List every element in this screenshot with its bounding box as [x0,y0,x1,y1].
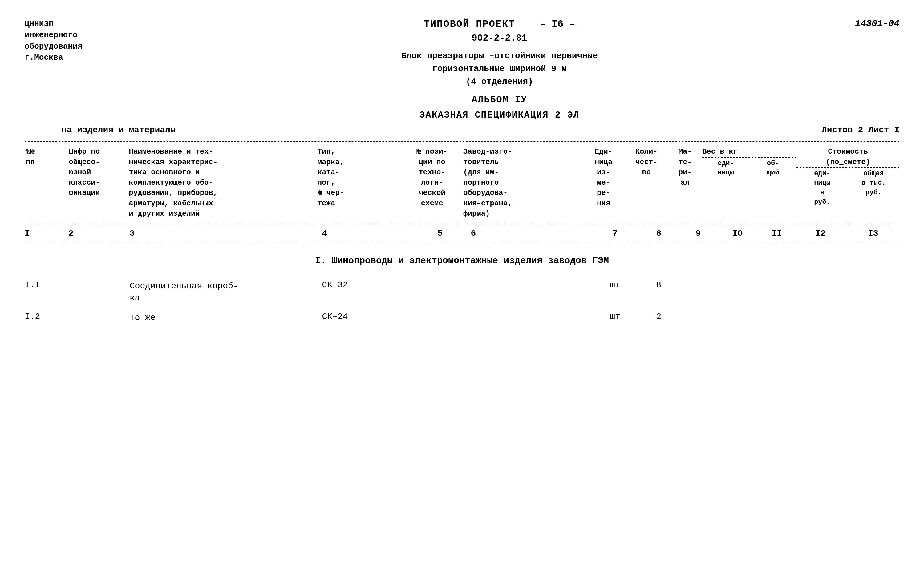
column-headers: №№ пп Шифр по общесо- юзной класси- фика… [25,143,899,222]
page-num: – I6 – [540,18,575,30]
section-heading: I. Шинопроводы и электромонтажные издели… [25,255,899,266]
row2-unit: шт [593,312,637,321]
col-header-cost: Стоимость (по_смете) еди-ницывруб. общая… [797,146,899,219]
org-name: ЦННИЭП инженерного оборудования г.Москва [25,18,82,63]
top-dashed-line [25,141,899,141]
table-row: I.2 То же СК–24 шт 2 [25,307,899,326]
table-container: №№ пп Шифр по общесо- юзной класси- фика… [25,141,899,326]
col-num-3: 3 [130,229,322,238]
subtitle: Блок преаэраторы –отстойники первичные г… [401,49,598,88]
doc-title: ТИПОВОЙ ПРОЕКТ [424,18,515,30]
col-num-2: 2 [68,229,130,238]
col-header-6: Завод-изго- товитель (для им- портного о… [462,146,582,219]
col-num-13: I3 [847,229,899,238]
row2-num: I.2 [25,312,68,321]
col-header-weight-cost: Вес в кг еди-ницы об-щий [702,146,797,219]
col-num-9: 9 [681,229,716,238]
col-num-6: 6 [470,229,593,238]
doc-number: 902-2-2.81 [472,33,527,43]
col-num-5: 5 [410,229,471,238]
row2-qty: 2 [637,312,681,321]
row2-name: То же [130,312,322,324]
header-title-block: ТИПОВОЙ ПРОЕКТ – I6 – 902-2-2.81 Блок пр… [144,18,855,120]
col-header-1: №№ пп [25,146,68,219]
row2-type: СК–24 [322,312,410,321]
sheet-info: Листов 2 Лист I [822,125,899,135]
col-num-8: 8 [637,229,681,238]
col-header-3: Наименование и тех- ническая характерис-… [127,146,316,219]
doc-id: 14301-04 [855,18,899,29]
table-row: I.I Соединительная короб- ка СК–32 шт 8 [25,275,899,307]
row1-type: СК–32 [322,280,410,289]
col-num-4: 4 [322,229,410,238]
mid-dashed-line-2 [25,243,899,243]
col-num-1: I [25,229,68,238]
col-header-9: Ма- те- ри- ал [668,146,702,219]
title-page-row: ТИПОВОЙ ПРОЕКТ – I6 – [424,18,575,30]
col-num-10: IO [716,229,759,238]
spec-subtitle-row: на изделия и материалы Листов 2 Лист I [25,125,899,135]
album-title: АЛЬБОМ IУ [472,94,527,105]
col-header-5: № пози- ции по техно- логи- ческой схеме [402,146,462,219]
header-section: ЦННИЭП инженерного оборудования г.Москва… [25,18,899,120]
col-header-2: Шифр по общесо- юзной класси- фикации [68,146,127,219]
col-header-8: Коли- чест- во [625,146,668,219]
spec-subtitle: на изделия и материалы [62,125,176,135]
row1-qty: 8 [637,280,681,289]
spec-title: ЗАКАЗНАЯ СПЕЦИФИКАЦИЯ 2 ЭЛ [419,110,580,120]
col-header-4: Тип, марка, ката- лог, № чер- тежа [316,146,402,219]
column-numbers-row: I 2 3 4 5 6 7 8 9 IO II I2 I3 [25,226,899,241]
col-header-7: Еди- ница из- ме- ре- ния [582,146,625,219]
col-num-7: 7 [593,229,637,238]
col-num-12: I2 [794,229,847,238]
col-num-11: II [759,229,795,238]
row1-num: I.I [25,280,68,289]
row1-name: Соединительная короб- ка [130,280,322,304]
page-container: ЦННИЭП инженерного оборудования г.Москва… [25,18,899,326]
row1-unit: шт [593,280,637,289]
mid-dashed-line-1 [25,224,899,224]
